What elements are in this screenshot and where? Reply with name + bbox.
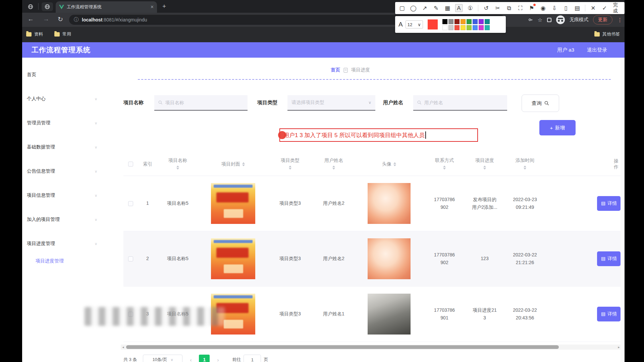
- active-tab[interactable]: 工作流程管理系统 ×: [56, 1, 157, 13]
- done-check-icon[interactable]: ✓: [601, 4, 608, 12]
- col-progress[interactable]: 项目进度: [466, 158, 503, 171]
- col-index[interactable]: 索引: [138, 161, 158, 167]
- sidebar-subitem-project-progress[interactable]: 项目进度管理: [36, 258, 99, 264]
- detail-button[interactable]: ▤ 详情: [597, 196, 621, 211]
- sort-icon[interactable]: [443, 164, 446, 171]
- key-icon[interactable]: [528, 17, 533, 22]
- project-name-input[interactable]: [154, 95, 248, 111]
- ocr-icon[interactable]: ⛶: [517, 4, 524, 12]
- sidebar-item-joined-project-management[interactable]: 加入的项目管理∨: [27, 215, 101, 225]
- extension-icon[interactable]: [547, 18, 551, 22]
- color-swatch[interactable]: [467, 25, 472, 30]
- ellipse-tool-icon[interactable]: ◯: [410, 4, 417, 12]
- sidebar-item-home[interactable]: 首页: [27, 70, 101, 80]
- chrome-menu-icon[interactable]: ⋮: [617, 17, 623, 23]
- record-icon[interactable]: ◉: [540, 4, 547, 12]
- sort-icon[interactable]: [483, 164, 486, 171]
- scrollbar-thumb[interactable]: [126, 345, 559, 349]
- sidebar-item-project-progress-management[interactable]: 项目进度管理∨: [27, 239, 101, 249]
- cell-project-cover[interactable]: [198, 238, 268, 279]
- sidebar-item-notice-management[interactable]: 公告信息管理∨: [27, 166, 101, 176]
- done-button[interactable]: 完成: [613, 2, 621, 14]
- row-checkbox[interactable]: [123, 256, 138, 261]
- back-icon[interactable]: ←: [28, 15, 34, 23]
- sidebar-item-personal-center[interactable]: 个人中心∨: [27, 94, 101, 104]
- current-color-swatch[interactable]: [428, 19, 438, 29]
- sort-icon[interactable]: [176, 164, 179, 171]
- user-name-input[interactable]: [413, 95, 507, 111]
- logout-button[interactable]: 退出登录: [587, 47, 607, 53]
- col-project-type[interactable]: 项目类型: [268, 158, 312, 171]
- page-size-select[interactable]: 10条/页 ∨: [143, 355, 182, 362]
- copy-icon[interactable]: ⧉: [505, 4, 513, 12]
- step-number-tool-icon[interactable]: ①: [467, 4, 474, 12]
- prev-page-button[interactable]: ‹: [187, 357, 194, 362]
- font-size-select[interactable]: 12 ∨: [406, 20, 423, 28]
- cut-icon[interactable]: ✂: [494, 4, 501, 12]
- pinned-tab-1[interactable]: [25, 2, 36, 11]
- sort-icon[interactable]: [332, 164, 335, 171]
- sort-icon[interactable]: [242, 161, 245, 168]
- col-contact[interactable]: 联系方式: [423, 158, 466, 171]
- arrow-tool-icon[interactable]: ↗: [421, 4, 428, 12]
- bookmark-star-icon[interactable]: ☆: [538, 17, 542, 23]
- board-icon[interactable]: ▤: [574, 4, 581, 12]
- color-swatch[interactable]: [479, 25, 484, 30]
- sidebar-item-project-info-management[interactable]: 项目信息管理∨: [27, 190, 101, 200]
- sort-icon[interactable]: [289, 164, 291, 171]
- reload-icon[interactable]: ↻: [58, 15, 63, 23]
- color-swatch[interactable]: [461, 25, 466, 30]
- select-all-checkbox[interactable]: [123, 162, 138, 167]
- sort-icon[interactable]: [393, 161, 396, 168]
- color-swatch[interactable]: [454, 25, 460, 30]
- incognito-avatar-icon[interactable]: [556, 15, 565, 24]
- pen-tool-icon[interactable]: ✎: [433, 4, 440, 12]
- text-tool-icon[interactable]: A: [455, 4, 462, 12]
- next-page-button[interactable]: ›: [214, 357, 221, 362]
- sidebar-item-base-data-management[interactable]: 基础数据管理∨: [27, 142, 101, 152]
- detail-button[interactable]: ▤ 详情: [597, 307, 621, 321]
- bookmark-folder-2[interactable]: 常用: [54, 31, 71, 37]
- add-button[interactable]: + 新增: [539, 120, 576, 135]
- search-button[interactable]: 查询: [522, 95, 559, 112]
- undo-icon[interactable]: ↺: [483, 4, 490, 12]
- project-type-select[interactable]: 请选择项目类型 ∨: [287, 95, 375, 111]
- sidebar-item-admin-management[interactable]: 管理员管理∨: [27, 118, 101, 128]
- color-swatch[interactable]: [467, 19, 472, 24]
- forward-icon[interactable]: →: [43, 15, 49, 23]
- pin-icon[interactable]: ⚑: [528, 4, 535, 12]
- cancel-icon[interactable]: ✕: [590, 4, 597, 12]
- site-info-icon[interactable]: ⓘ: [74, 17, 78, 23]
- cell-avatar[interactable]: [356, 294, 423, 335]
- col-avatar[interactable]: 头像: [356, 161, 423, 168]
- color-swatch[interactable]: [448, 19, 453, 24]
- horizontal-scrollbar[interactable]: ◂ ▸: [121, 345, 621, 350]
- col-time[interactable]: 添加时间: [503, 158, 547, 171]
- color-swatch[interactable]: [454, 19, 460, 24]
- current-page-button[interactable]: 1: [199, 355, 210, 362]
- col-project-cover[interactable]: 项目封面: [198, 161, 268, 168]
- mosaic-tool-icon[interactable]: ▦: [444, 4, 451, 12]
- annotation-handle[interactable]: [278, 131, 286, 139]
- sort-icon[interactable]: [524, 164, 526, 171]
- cell-avatar[interactable]: [356, 183, 423, 224]
- new-tab-button[interactable]: +: [162, 3, 166, 10]
- scrollbar-track[interactable]: [125, 345, 616, 350]
- col-user-name[interactable]: 用户姓名: [312, 158, 356, 171]
- vertical-scrollbar[interactable]: [621, 58, 625, 362]
- detail-button[interactable]: ▤ 详情: [597, 251, 621, 266]
- color-swatch[interactable]: [473, 19, 478, 24]
- color-swatch[interactable]: [479, 19, 484, 24]
- device-icon[interactable]: ▯: [562, 4, 569, 12]
- color-swatch[interactable]: [485, 25, 490, 30]
- pinned-tab-2[interactable]: [42, 2, 53, 11]
- col-project-name[interactable]: 项目名称: [158, 158, 198, 171]
- color-swatch[interactable]: [485, 19, 490, 24]
- color-swatch[interactable]: [442, 25, 447, 30]
- other-bookmarks[interactable]: 其他书签: [594, 31, 620, 37]
- download-icon[interactable]: ⇩: [551, 4, 558, 12]
- bookmark-folder-1[interactable]: 资料: [26, 31, 43, 37]
- row-checkbox[interactable]: [123, 201, 138, 206]
- scroll-left-icon[interactable]: ◂: [121, 345, 125, 349]
- goto-page-input[interactable]: [244, 355, 261, 362]
